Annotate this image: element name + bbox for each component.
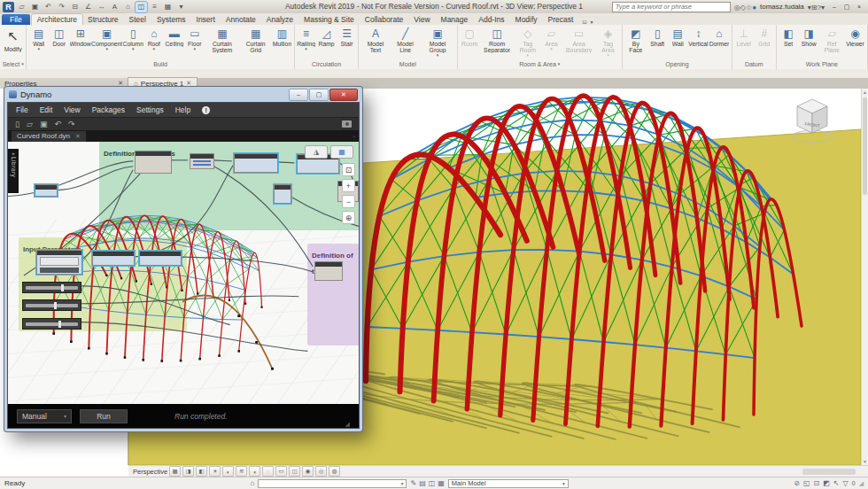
save-file-icon[interactable]: ▣ xyxy=(40,120,48,128)
ramp-button[interactable]: ◿ Ramp ▾ xyxy=(316,27,337,47)
section-icon[interactable]: ◫ xyxy=(136,2,147,12)
close-icon[interactable]: ✕ xyxy=(75,133,81,140)
show-work-plane-button[interactable]: ◨ Show ▾ xyxy=(799,27,819,47)
detail-level-icon[interactable]: ◨ xyxy=(182,466,194,477)
active-option-icon[interactable]: ▦ xyxy=(438,479,445,487)
viewcube[interactable]: FRONT xyxy=(788,94,836,147)
library-panel-tab[interactable]: » Library xyxy=(8,149,19,193)
set-work-plane-button[interactable]: ◧ Set ▾ xyxy=(779,27,799,47)
home-icon[interactable]: ⌂ xyxy=(251,479,255,487)
dynamo-menu-packages[interactable]: Packages xyxy=(92,105,125,114)
dynamo-node[interactable] xyxy=(135,151,172,174)
text-icon[interactable]: A xyxy=(109,2,120,12)
run-button[interactable]: Run xyxy=(80,409,128,423)
switch-windows-icon[interactable]: ▦ xyxy=(162,2,174,12)
undo-icon[interactable]: ↶ xyxy=(54,120,61,128)
design-options-combo[interactable]: Main Model▾ xyxy=(448,479,569,488)
dynamo-number-slider[interactable] xyxy=(22,299,81,311)
model-line-button[interactable]: ╱ Model Line ▾ xyxy=(391,27,421,53)
drag-on-selection-toggle-icon[interactable]: ↖ xyxy=(833,479,840,487)
viewer-button[interactable]: ◉ Viewer ▾ xyxy=(845,27,865,47)
select-underlay-toggle-icon[interactable]: ◱ xyxy=(803,479,810,487)
help-caret-icon[interactable]: ▾ xyxy=(821,4,825,12)
show-rendering-dialog-icon[interactable]: ▩ xyxy=(169,466,181,477)
notifications-icon[interactable]: ! xyxy=(202,106,210,114)
minimize-button[interactable]: – xyxy=(828,2,841,12)
dynamo-node[interactable] xyxy=(234,153,278,173)
zoom-out-button[interactable]: − xyxy=(342,195,355,208)
sun-path-icon[interactable]: ☀ xyxy=(209,466,221,477)
model-group-button[interactable]: ▣ Model Group ▾ xyxy=(421,27,455,58)
open-file-icon[interactable]: ▱ xyxy=(27,120,33,128)
level-button[interactable]: ⊥ Level ▾ xyxy=(733,27,754,47)
open-icon[interactable]: ▱ xyxy=(16,2,27,12)
horizontal-scrollbar[interactable] xyxy=(802,469,856,475)
wall-button[interactable]: ▤ Wall ▾ xyxy=(28,27,49,51)
vertical-opening-button[interactable]: ↕ Vertical ▾ xyxy=(688,27,709,47)
dynamo-menu-edit[interactable]: Edit xyxy=(40,105,53,114)
dynamo-restore-button[interactable]: ▢ xyxy=(309,89,329,101)
dynamo-node[interactable] xyxy=(92,251,135,266)
tab-massing-site[interactable]: Massing & Site xyxy=(298,14,360,25)
by-face-button[interactable]: ◩ By Face ▾ xyxy=(624,27,647,53)
dynamo-tab-curved-roof[interactable]: Curved Roof.dyn ✕ xyxy=(12,131,86,142)
select-pinned-toggle-icon[interactable]: ⊡ xyxy=(814,479,820,487)
aligned-dimension-icon[interactable]: ↔ xyxy=(96,2,107,12)
door-button[interactable]: ◫ Door ▾ xyxy=(49,27,69,47)
close-icon[interactable]: ✕ xyxy=(118,80,123,87)
worksets-icon[interactable]: ▤ xyxy=(419,479,426,487)
mullion-button[interactable]: ▥ Mullion ▾ xyxy=(272,27,292,47)
dynamo-menu-settings[interactable]: Settings xyxy=(136,105,164,114)
lock-orientation-icon[interactable]: ◉ xyxy=(302,466,314,477)
ceiling-button[interactable]: ▬ Ceiling ▾ xyxy=(164,27,184,47)
tag-area-button[interactable]: ◈ Tag Area ▾ xyxy=(596,27,620,58)
dynamo-minimize-button[interactable]: – xyxy=(289,89,308,101)
reveal-hidden-icon[interactable]: ◍ xyxy=(329,466,340,477)
area-boundary-button[interactable]: ▭ Area Boundary ▾ xyxy=(562,27,596,53)
select-links-toggle-icon[interactable]: ⊘ xyxy=(794,479,800,487)
default-3d-view-icon[interactable]: ⌂ xyxy=(122,2,134,12)
window-button[interactable]: ⊞ Window ▾ xyxy=(69,27,91,47)
camera-export-icon[interactable] xyxy=(342,120,352,128)
tab-overflow-icon[interactable]: ▫ xyxy=(353,134,355,139)
pan-button[interactable]: ⊕ xyxy=(342,211,355,224)
tab-annotate[interactable]: Annotate xyxy=(221,14,261,25)
dynamo-node[interactable] xyxy=(139,251,182,266)
vertical-scrollbar[interactable]: ▲ ▼ xyxy=(861,89,868,465)
ref-plane-button[interactable]: ▱ Ref Plane ▾ xyxy=(819,27,845,53)
lighting-icon[interactable]: ◌ xyxy=(262,466,274,477)
tab-systems[interactable]: Systems xyxy=(151,14,191,25)
username-label[interactable]: tomasz.fudala xyxy=(760,3,804,11)
app-store-icon[interactable]: ⊞ xyxy=(811,4,818,12)
depth-cueing-icon[interactable]: ◖ xyxy=(249,466,260,477)
close-button[interactable]: × xyxy=(853,2,865,12)
scroll-up-icon[interactable]: ▲ xyxy=(863,89,867,96)
curtain-grid-button[interactable]: ▦ Curtain Grid ▾ xyxy=(239,27,272,53)
room-separator-button[interactable]: ◫ Room Separator ▾ xyxy=(480,27,515,53)
zoom-in-button[interactable]: + xyxy=(342,179,355,192)
search-input[interactable] xyxy=(612,2,731,12)
select-by-face-toggle-icon[interactable]: ◩ xyxy=(823,479,830,487)
view-scale-label[interactable]: Perspective xyxy=(133,468,167,476)
design-options-icon[interactable]: ◫ xyxy=(429,479,436,487)
ribbon-cycle-icon[interactable]: ⊡ xyxy=(582,19,586,25)
dynamo-node[interactable] xyxy=(35,184,58,197)
dynamo-close-button[interactable]: ✕ xyxy=(329,89,358,101)
dynamo-menu-file[interactable]: File xyxy=(16,105,28,114)
file-tab[interactable]: File xyxy=(2,14,30,25)
new-file-icon[interactable]: ▯ xyxy=(15,120,19,128)
undo-icon[interactable]: ↶ xyxy=(43,2,54,12)
revit-logo[interactable]: R xyxy=(3,2,14,12)
component-button[interactable]: ▣ Component ▾ xyxy=(91,27,122,51)
tab-precast[interactable]: Precast xyxy=(543,14,579,25)
close-icon[interactable]: ✕ xyxy=(186,80,191,87)
crop-view-icon[interactable]: ▭ xyxy=(275,466,287,477)
model-text-button[interactable]: A Model Text ▾ xyxy=(360,27,390,53)
dynamo-title-bar[interactable]: Dynamo – ▢ ✕ xyxy=(7,87,360,102)
dynamo-node[interactable] xyxy=(314,261,343,281)
customize-qat-icon[interactable]: ▾ xyxy=(175,2,187,12)
restore-button[interactable]: ▢ xyxy=(841,2,853,12)
redo-icon[interactable]: ↷ xyxy=(68,120,75,128)
roof-button[interactable]: ⌂ Roof ▾ xyxy=(143,27,164,51)
save-icon[interactable]: ▣ xyxy=(29,2,41,12)
